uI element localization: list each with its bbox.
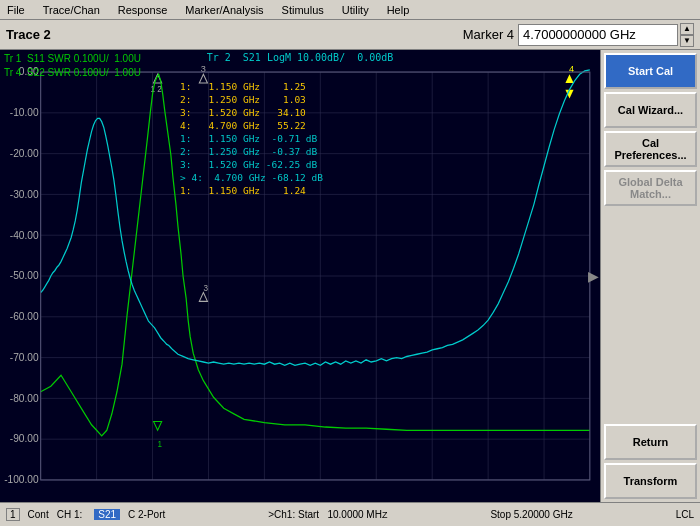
svg-text:-70.00: -70.00 [10, 350, 39, 362]
svg-text:1: 1 [158, 439, 163, 449]
status-ch-value: S21 [94, 509, 120, 520]
status-c-label: C 2-Port [128, 509, 165, 520]
global-delta-match-button[interactable]: Global Delta Match... [604, 170, 697, 206]
marker-cyan-2: 2: 1.250 GHz -0.37 dB [180, 145, 323, 158]
start-cal-button[interactable]: Start Cal [604, 53, 697, 89]
menu-stimulus[interactable]: Stimulus [279, 3, 327, 17]
menu-help[interactable]: Help [384, 3, 413, 17]
svg-text:3: 3 [203, 283, 208, 293]
svg-text:-30.00: -30.00 [10, 187, 39, 199]
trace-label: Trace 2 [6, 27, 51, 42]
marker-cyan-4: > 4: 4.700 GHz -68.12 dB [180, 171, 323, 184]
menu-file[interactable]: File [4, 3, 28, 17]
status-start: >Ch1: Start 10.0000 MHZ [268, 509, 387, 520]
transform-button[interactable]: Transform [604, 463, 697, 499]
svg-text:-60.00: -60.00 [10, 310, 39, 322]
trace-1-info: Tr 1 S11 SWR 0.100U/ 1.00U [4, 52, 141, 66]
marker-yellow-5: 1: 1.150 GHz 1.24 [180, 184, 323, 197]
status-1-label: 1 [6, 508, 20, 521]
menu-response[interactable]: Response [115, 3, 171, 17]
status-stop: Stop 5.20000 GHz [490, 509, 572, 520]
marker-label: Marker 4 [463, 27, 514, 42]
trace-info: Tr 1 S11 SWR 0.100U/ 1.00U Tr 4 S22 SWR … [4, 52, 141, 80]
status-lcl: LCL [676, 509, 694, 520]
trace-2-info: Tr 2 S21 LogM 10.00dB/ 0.00dB [207, 52, 394, 63]
menu-utility[interactable]: Utility [339, 3, 372, 17]
marker-value-box[interactable]: 4.7000000000 GHz [518, 24, 678, 46]
menu-trace-chan[interactable]: Trace/Chan [40, 3, 103, 17]
marker-data-overlay: 1: 1.150 GHz 1.25 2: 1.250 GHz 1.03 3: 1… [180, 80, 323, 197]
scroll-arrow[interactable]: ▶ [588, 268, 599, 284]
chart-container[interactable]: Tr 1 S11 SWR 0.100U/ 1.00U Tr 4 S22 SWR … [0, 50, 600, 502]
marker-cyan-1: 1: 1.150 GHz -0.71 dB [180, 132, 323, 145]
trace-4-info: Tr 4 S22 SWR 0.100U/ 1.00U [4, 66, 141, 80]
status-ch-label: CH 1: [57, 509, 83, 520]
marker-spin-down[interactable]: ▼ [680, 35, 694, 47]
menubar: File Trace/Chan Response Marker/Analysis… [0, 0, 700, 20]
marker-spin-up[interactable]: ▲ [680, 23, 694, 35]
statusbar: 1 Cont CH 1: S21 C 2-Port >Ch1: Start 10… [0, 502, 700, 526]
menu-marker-analysis[interactable]: Marker/Analysis [182, 3, 266, 17]
svg-text:-50.00: -50.00 [10, 269, 39, 281]
svg-text:-80.00: -80.00 [10, 391, 39, 403]
right-panel: Start Cal Cal Wizard... Cal Preferences.… [600, 50, 700, 502]
topbar: Trace 2 Marker 4 4.7000000000 GHz ▲ ▼ [0, 20, 700, 50]
marker-spinners[interactable]: ▲ ▼ [680, 23, 694, 47]
marker-yellow-4: 4: 4.700 GHz 55.22 [180, 119, 323, 132]
return-button[interactable]: Return [604, 424, 697, 460]
svg-text:-10.00: -10.00 [10, 106, 39, 118]
marker-yellow-3: 3: 1.520 GHz 34.10 [180, 106, 323, 119]
cal-preferences-button[interactable]: Cal Preferences... [604, 131, 697, 167]
svg-text:-20.00: -20.00 [10, 147, 39, 159]
status-cont: Cont [28, 509, 49, 520]
marker-yellow-1: 1: 1.150 GHz 1.25 [180, 80, 323, 93]
marker-yellow-2: 2: 1.250 GHz 1.03 [180, 93, 323, 106]
main-area: Tr 1 S11 SWR 0.100U/ 1.00U Tr 4 S22 SWR … [0, 50, 700, 502]
svg-text:-40.00: -40.00 [10, 228, 39, 240]
cal-wizard-button[interactable]: Cal Wizard... [604, 92, 697, 128]
marker-cyan-3: 3: 1.520 GHz -62.25 dB [180, 158, 323, 171]
svg-text:-90.00: -90.00 [10, 432, 39, 444]
svg-text:-100.00: -100.00 [4, 473, 39, 485]
panel-spacer [604, 209, 697, 421]
